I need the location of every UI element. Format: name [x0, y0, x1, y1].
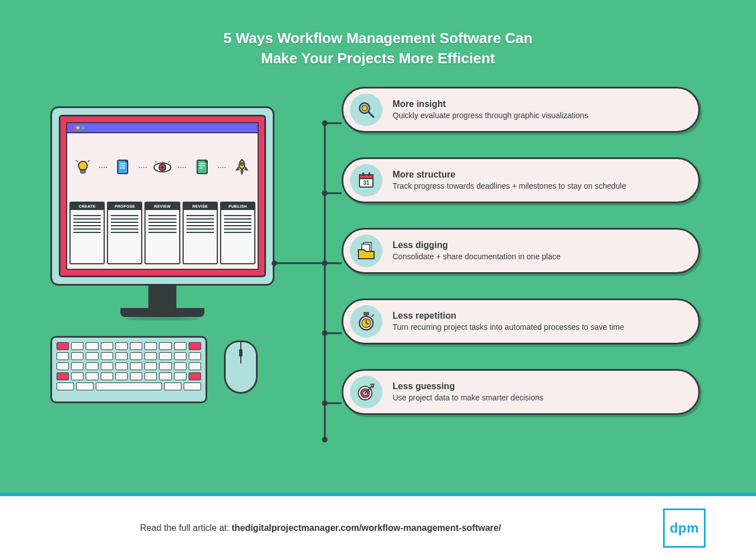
benefit-item: 31 More structureTrack progress towards …: [342, 157, 700, 203]
traffic-red-icon: [71, 126, 74, 129]
stopwatch-icon: [350, 305, 382, 338]
title-line-2: Make Your Projects More Efficient: [0, 48, 756, 68]
peripherals: [50, 336, 274, 403]
workflow-card: PUBLISH: [220, 202, 255, 264]
workflow-cards: CREATE PROPOSE REVIEW REVISE PUBLISH: [67, 202, 258, 269]
brand-logo: dpm: [663, 508, 706, 548]
svg-line-1: [76, 160, 78, 162]
svg-line-10: [155, 161, 156, 162]
target-icon: [350, 376, 382, 408]
benefit-heading: Less repetition: [393, 311, 686, 321]
svg-point-28: [322, 330, 328, 336]
card-label: PROPOSE: [108, 203, 141, 210]
svg-rect-0: [81, 170, 85, 173]
svg-point-9: [161, 166, 164, 169]
window-titlebar: [67, 123, 258, 133]
traffic-yellow-icon: [76, 126, 80, 129]
svg-point-26: [322, 260, 328, 266]
keyboard: [50, 336, 207, 403]
svg-point-24: [322, 190, 328, 196]
card-label: CREATE: [71, 203, 104, 210]
card-label: PUBLISH: [221, 203, 254, 210]
svg-line-2: [88, 160, 90, 162]
workflow-card: REVIEW: [144, 202, 180, 264]
traffic-green-icon: [82, 126, 85, 129]
title-line-1: 5 Ways Workflow Management Software Can: [0, 28, 756, 48]
card-label: REVISE: [184, 203, 217, 210]
monitor-stand-base: [120, 308, 204, 317]
document-icon: [113, 157, 133, 178]
benefit-heading: Less guessing: [393, 381, 686, 391]
workflow-card: REVISE: [183, 202, 218, 264]
rocket-icon: [232, 157, 252, 178]
benefit-item: Less repetitionTurn recurring project ta…: [342, 298, 700, 344]
svg-point-19: [272, 260, 277, 266]
svg-rect-47: [364, 312, 368, 315]
screen: CREATE PROPOSE REVIEW REVISE PUBLISH: [66, 122, 259, 270]
svg-point-22: [322, 120, 328, 126]
benefit-heading: More insight: [393, 99, 686, 109]
benefit-item: Less diggingConsolidate + share document…: [342, 228, 700, 274]
svg-line-11: [169, 161, 170, 162]
benefit-body: Use project data to make smarter decisio…: [393, 393, 686, 403]
footer-label: Read the full article at:: [140, 523, 232, 533]
footer: Read the full article at: thedigitalproj…: [0, 496, 756, 560]
svg-line-49: [372, 315, 374, 316]
benefit-item: Less guessingUse project data to make sm…: [342, 369, 700, 415]
brand-logo-text: dpm: [670, 520, 699, 536]
benefit-item: More insightQuickly evaluate progress th…: [342, 87, 700, 133]
svg-rect-39: [368, 172, 370, 176]
benefit-body: Consolidate + share documentation in one…: [393, 251, 686, 262]
document-check-icon: [192, 157, 212, 178]
page-title: 5 Ways Workflow Management Software Can …: [0, 28, 756, 69]
footer-read-more: Read the full article at: thedigitalproj…: [140, 523, 501, 533]
workflow-icon-row: [67, 133, 258, 202]
monitor: CREATE PROPOSE REVIEW REVISE PUBLISH: [50, 106, 274, 286]
svg-point-17: [240, 163, 243, 166]
infographic-canvas: 5 Ways Workflow Management Software Can …: [0, 0, 756, 560]
calendar-icon: 31: [350, 164, 382, 197]
lightbulb-icon: [73, 157, 93, 178]
svg-rect-38: [362, 172, 364, 176]
benefit-body: Quickly evaluate progress through graphi…: [393, 110, 686, 120]
magnifier-icon: [350, 94, 382, 126]
svg-rect-37: [360, 175, 373, 179]
card-label: REVIEW: [146, 203, 179, 210]
folder-files-icon: [350, 235, 382, 267]
monitor-stand-neck: [148, 286, 176, 308]
connector-tree: [274, 101, 342, 448]
svg-line-35: [368, 112, 374, 117]
svg-text:31: 31: [363, 180, 370, 186]
benefit-body: Turn recurring project tasks into automa…: [393, 322, 686, 332]
benefit-body: Track progress towards deadlines + miles…: [393, 181, 686, 191]
svg-point-30: [322, 400, 328, 406]
footer-url: thedigitalprojectmanager.com/workflow-ma…: [232, 523, 501, 533]
svg-point-34: [362, 105, 367, 111]
mouse: [224, 340, 258, 394]
hero-section: 5 Ways Workflow Management Software Can …: [0, 0, 756, 493]
benefit-heading: Less digging: [393, 240, 686, 250]
computer-illustration: CREATE PROPOSE REVIEW REVISE PUBLISH: [50, 106, 274, 317]
eye-icon: [152, 157, 172, 178]
workflow-card: PROPOSE: [107, 202, 142, 264]
monitor-frame: CREATE PROPOSE REVIEW REVISE PUBLISH: [59, 115, 266, 277]
svg-point-32: [322, 437, 328, 442]
benefit-heading: More structure: [393, 170, 686, 180]
workflow-card: CREATE: [69, 202, 105, 264]
benefits-list: More insightQuickly evaluate progress th…: [342, 87, 700, 415]
